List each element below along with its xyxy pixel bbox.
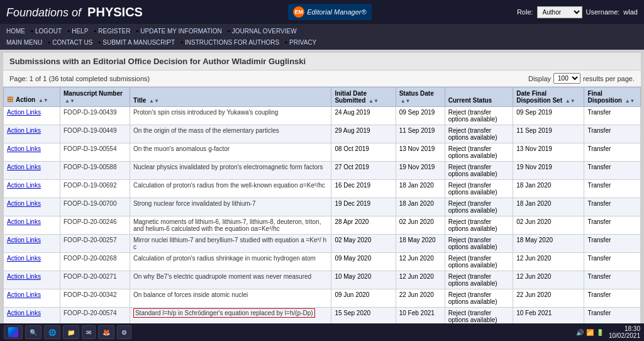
title-text: Standard l=h/p in Schrödinger's equation… bbox=[133, 308, 315, 318]
taskbar-folder-button[interactable]: 📁 bbox=[63, 325, 79, 339]
action-links-btn[interactable]: Action Links bbox=[7, 237, 41, 243]
manuscript-cell: FOOP-D-20-00257 bbox=[60, 235, 130, 253]
status-date-cell: 12 Jun 2020 bbox=[396, 271, 445, 289]
date-final: 11 Sep 2019 bbox=[516, 127, 552, 134]
journal-title-prefix: Foundations of bbox=[6, 6, 81, 19]
table-row: Action LinksFOOP-D-19-00700Strong nuclea… bbox=[4, 198, 641, 216]
nav-row-1: HOME • LOGOUT • HELP • REGISTER • UPDATE… bbox=[6, 26, 638, 37]
table-row: Action LinksFOOP-D-20-00246Magnetic mome… bbox=[4, 216, 641, 235]
current-status: Reject (transfer options available) bbox=[448, 145, 497, 159]
status-date: 10 Feb 2021 bbox=[399, 310, 435, 316]
current-status-cell: Reject (transfer options available) bbox=[445, 162, 513, 180]
nav-main-menu[interactable]: MAIN MENU bbox=[6, 39, 42, 46]
display-control: Display 100 25 50 results per page. bbox=[528, 73, 635, 84]
current-status-cell: Reject (transfer options available) bbox=[445, 107, 513, 125]
action-links-btn[interactable]: Action Links bbox=[7, 273, 41, 280]
nav-logout[interactable]: LOGOUT bbox=[35, 28, 62, 35]
start-button[interactable] bbox=[4, 325, 23, 339]
nav-journal-overview[interactable]: JOURNAL OVERVIEW bbox=[232, 28, 297, 35]
status-date-cell: 19 Nov 2019 bbox=[396, 162, 445, 180]
table-row: Action LinksFOOP-D-19-00439Proton's spin… bbox=[4, 107, 641, 125]
display-select[interactable]: 100 25 50 bbox=[553, 73, 580, 84]
display-label: Display bbox=[528, 75, 551, 82]
username-label: Username: bbox=[586, 8, 620, 16]
date-final: 12 Jun 2020 bbox=[516, 273, 551, 280]
nav-help[interactable]: HELP bbox=[72, 28, 88, 35]
current-status: Reject (transfer options available) bbox=[448, 109, 497, 123]
action-links-btn[interactable]: Action Links bbox=[7, 109, 41, 116]
taskbar-browser-button[interactable]: 🌐 bbox=[44, 325, 60, 339]
nav-privacy[interactable]: PRIVACY bbox=[289, 39, 316, 46]
role-select[interactable]: Author Reviewer Editor bbox=[537, 6, 582, 18]
action-links-btn[interactable]: Action Links bbox=[7, 310, 41, 316]
taskbar: 🔍 🌐 📁 ✉ 🦊 ⚙ 🔊 📶 🔋 18:30 10/02/2021 bbox=[0, 323, 644, 341]
manuscript-id: FOOP-D-20-00271 bbox=[64, 273, 116, 280]
initial-date-cell: 10 May 2020 bbox=[331, 271, 396, 289]
action-links-btn[interactable]: Action Links bbox=[7, 291, 41, 298]
initial-date-cell: 29 Aug 2019 bbox=[331, 125, 396, 143]
taskbar-right: 🔊 📶 🔋 18:30 10/02/2021 bbox=[576, 325, 640, 339]
current-status: Reject (transfer options available) bbox=[448, 182, 497, 196]
manuscript-id: FOOP-D-19-00439 bbox=[64, 109, 116, 116]
taskbar-app-button[interactable]: ⚙ bbox=[117, 325, 131, 339]
final-disposition-cell: Transfer bbox=[584, 271, 641, 289]
title-text: Strong nuclear force invalidated by lith… bbox=[133, 200, 256, 207]
action-links-btn[interactable]: Action Links bbox=[7, 164, 41, 170]
status-date-cell: 02 Jun 2020 bbox=[396, 216, 445, 235]
final-disposition: Transfer bbox=[587, 291, 611, 298]
title-cell: Calculation of proton's radius from the … bbox=[130, 180, 331, 198]
page-content: Submissions with an Editorial Office Dec… bbox=[3, 52, 641, 341]
final-disposition: Transfer bbox=[587, 255, 611, 262]
em-text: Editorial Manager® bbox=[307, 8, 366, 16]
nav-register[interactable]: REGISTER bbox=[98, 28, 130, 35]
date-final-cell: 18 Jan 2020 bbox=[513, 180, 584, 198]
action-links-btn[interactable]: Action Links bbox=[7, 145, 41, 152]
manuscript-cell: FOOP-D-19-00449 bbox=[60, 125, 130, 143]
status-date: 18 May 2020 bbox=[399, 237, 436, 243]
action-links-btn[interactable]: Action Links bbox=[7, 255, 41, 262]
title-cell: On why Be7's electric quadrupole moment … bbox=[130, 271, 331, 289]
manuscript-cell: FOOP-D-19-00439 bbox=[60, 107, 130, 125]
title-cell: On balance of forces inside atomic nucle… bbox=[130, 289, 331, 308]
action-cell: Action Links bbox=[4, 162, 60, 180]
nav-home[interactable]: HOME bbox=[6, 28, 25, 35]
action-links-btn[interactable]: Action Links bbox=[7, 218, 41, 225]
tray-icon-1: 🔊 bbox=[576, 329, 584, 336]
title-cell: On the muon's anomalous g-factor bbox=[130, 143, 331, 162]
final-disposition: Transfer bbox=[587, 273, 611, 280]
table-row: Action LinksFOOP-D-19-00692Calculation o… bbox=[4, 180, 641, 198]
action-links-btn[interactable]: Action Links bbox=[7, 182, 41, 189]
table-row: Action LinksFOOP-D-20-00257Mirror nuclei… bbox=[4, 235, 641, 253]
action-links-btn[interactable]: Action Links bbox=[7, 127, 41, 134]
final-disposition: Transfer bbox=[587, 164, 611, 170]
nav-instructions[interactable]: INSTRUCTIONS FOR AUTHORS bbox=[185, 39, 279, 46]
action-cell: Action Links bbox=[4, 107, 60, 125]
nav-row-2: MAIN MENU • CONTACT US • SUBMIT A MANUSC… bbox=[6, 37, 638, 48]
nav-contact[interactable]: CONTACT US bbox=[52, 39, 92, 46]
manuscript-id: FOOP-D-19-00588 bbox=[64, 164, 116, 170]
journal-title: Foundations of PHYSICS bbox=[6, 5, 143, 20]
th-final-disposition: Final Disposition ▲▼ bbox=[584, 87, 641, 107]
search-taskbar-button[interactable]: 🔍 bbox=[25, 325, 42, 339]
th-action-label: Action ▲▼ bbox=[16, 96, 48, 103]
taskbar-firefox-button[interactable]: 🦊 bbox=[98, 325, 114, 339]
manuscript-cell: FOOP-D-20-00271 bbox=[60, 271, 130, 289]
status-date: 09 Sep 2019 bbox=[399, 109, 435, 116]
final-disposition-cell: Transfer bbox=[584, 107, 641, 125]
initial-date: 19 Dec 2019 bbox=[335, 200, 370, 207]
title-text: Mirror nuclei lithium-7 and beryllium-7 … bbox=[133, 237, 326, 250]
final-disposition-cell: Transfer bbox=[584, 253, 641, 271]
manuscript-cell: FOOP-D-19-00554 bbox=[60, 143, 130, 162]
current-status: Reject (transfer options available) bbox=[448, 200, 497, 214]
status-date: 18 Jan 2020 bbox=[399, 200, 434, 207]
current-status-cell: Reject (transfer options available) bbox=[445, 271, 513, 289]
taskbar-mail-button[interactable]: ✉ bbox=[82, 325, 96, 339]
manuscript-id: FOOP-D-20-00342 bbox=[64, 291, 116, 298]
action-links-btn[interactable]: Action Links bbox=[7, 200, 41, 207]
final-disposition: Transfer bbox=[587, 200, 611, 207]
nav-submit[interactable]: SUBMIT A MANUSCRIPT bbox=[103, 39, 175, 46]
manuscript-cell: FOOP-D-20-00246 bbox=[60, 216, 130, 235]
clock-date: 10/02/2021 bbox=[609, 332, 640, 339]
initial-date: 09 Jun 2020 bbox=[335, 291, 369, 298]
nav-update-info[interactable]: UPDATE MY INFORMATION bbox=[140, 28, 221, 35]
